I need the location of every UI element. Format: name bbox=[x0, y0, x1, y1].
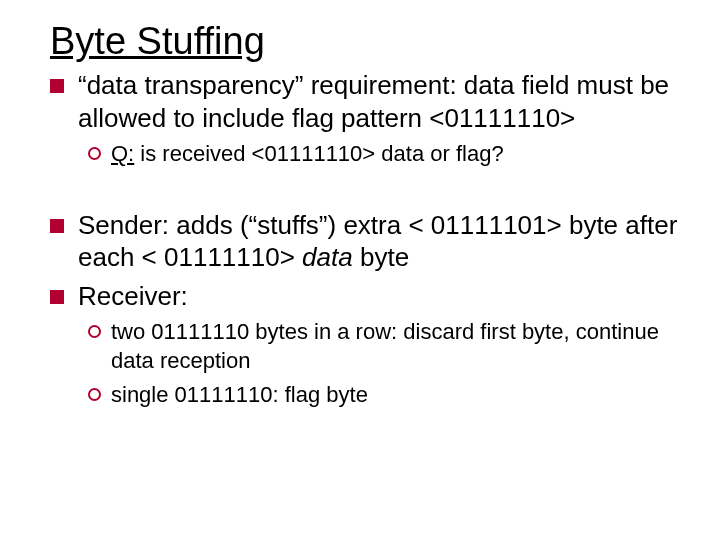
sub-bullet-text: two 01111110 bytes in a row: discard fir… bbox=[111, 318, 680, 375]
bullet-text: “data transparency” requirement: data fi… bbox=[78, 69, 680, 134]
text-run: byte bbox=[353, 242, 409, 272]
data-word-italic: data bbox=[302, 242, 353, 272]
sub-bullet-single-byte: single 01111110: flag byte bbox=[88, 381, 680, 410]
bullet-sender: Sender: adds (“stuffs”) extra < 01111101… bbox=[50, 209, 680, 274]
bullet-text: Sender: adds (“stuffs”) extra < 01111101… bbox=[78, 209, 680, 274]
text-run: “data transparency” requirement: data fi… bbox=[78, 70, 669, 133]
q-label: Q: bbox=[111, 141, 134, 166]
slide-title: Byte Stuffing bbox=[50, 20, 680, 63]
bullet-data-transparency: “data transparency” requirement: data fi… bbox=[50, 69, 680, 134]
slide: Byte Stuffing “data transparency” requir… bbox=[0, 0, 720, 436]
sub-bullet-two-bytes: two 01111110 bytes in a row: discard fir… bbox=[88, 318, 680, 375]
circle-bullet-icon bbox=[88, 147, 101, 160]
spacer bbox=[50, 175, 680, 203]
q-rest: is received <01111110> data or flag? bbox=[134, 141, 503, 166]
circle-bullet-icon bbox=[88, 325, 101, 338]
flag-pattern: <01111110> bbox=[429, 103, 575, 133]
circle-bullet-icon bbox=[88, 388, 101, 401]
square-bullet-icon bbox=[50, 219, 64, 233]
sub-bullet-text: Q: is received <01111110> data or flag? bbox=[111, 140, 680, 169]
sub-bullet-text: single 01111110: flag byte bbox=[111, 381, 680, 410]
sub-bullet-question: Q: is received <01111110> data or flag? bbox=[88, 140, 680, 169]
square-bullet-icon bbox=[50, 79, 64, 93]
square-bullet-icon bbox=[50, 290, 64, 304]
bullet-receiver: Receiver: bbox=[50, 280, 680, 313]
bullet-text: Receiver: bbox=[78, 280, 680, 313]
